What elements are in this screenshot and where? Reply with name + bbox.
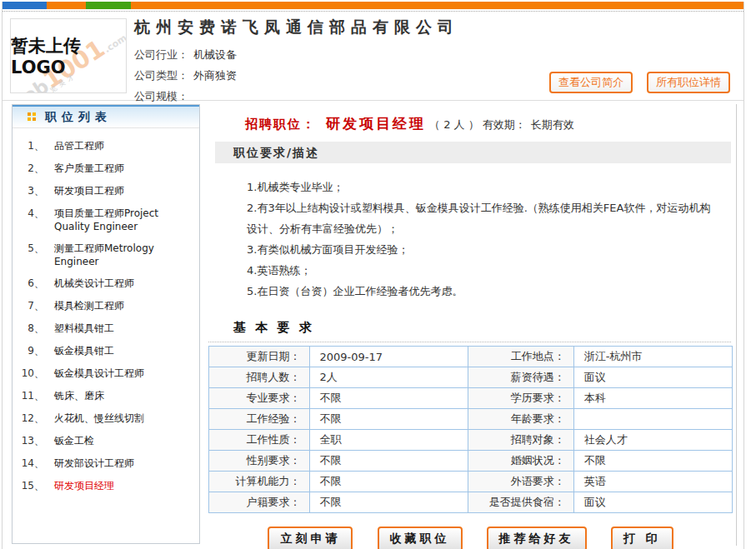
job-link[interactable]: 模具检测工程师 [54,299,124,313]
job-list-item-3: 3、研发项目工程师 [21,184,194,198]
job-link[interactable]: 项目质量工程师Project Quality Engineer [54,207,194,233]
print-button[interactable]: 打 印 [611,527,673,549]
requirement-line: 4.英语熟练； [247,260,718,281]
job-link[interactable]: 铣床、磨床 [54,389,104,403]
table-row: 计算机能力：不限 外语要求：英语 [209,472,733,492]
action-buttons-row: 立刻申请 收藏职位 推荐给好友 打 印 [208,527,733,549]
job-link[interactable]: 测量工程师Metrology Engineer [54,242,194,268]
company-name: 杭州安费诺飞凤通信部品有限公司 [134,17,743,38]
company-size-label: 公司规模： [134,90,188,102]
headcount: （ 2 人 ） [429,118,479,131]
job-list-item-10: 10、钣金模具设计工程师 [21,367,194,381]
job-list-item-15-current: 15、研发项目经理 [21,479,194,493]
page-container: job1001.com 一览英才 暂未上传LOGO 杭州安费诺飞凤通信部品有限公… [2,2,744,549]
job-link[interactable]: 钣金工检 [54,434,94,448]
job-list-item-14: 14、研发部设计工程师 [21,457,194,471]
company-industry-label: 公司行业： [134,48,188,61]
table-row: 性别要求：不限 婚姻状况：不限 [209,451,733,472]
requirements-section-header: 职位要求/描述 [215,142,731,163]
job-list-item-5: 5、测量工程师Metrology Engineer [21,242,194,268]
job-link[interactable]: 钣金模具设计工程师 [54,367,144,381]
job-link[interactable]: 研发项目工程师 [54,184,124,198]
dotted-divider-basic [208,340,731,342]
job-list: 1、品管工程师 2、客户质量工程师 3、研发项目工程师 4、项目质量工程师Pro… [13,128,199,493]
job-list-item-13: 13、钣金工检 [21,434,194,448]
requirement-line: 5.在日资（台资）企业工作经验者优先考虑。 [247,281,718,302]
company-industry-row: 公司行业：机械设备 [134,44,743,65]
accent-segment-orange [47,2,86,9]
job-list-item-2: 2、客户质量工程师 [21,162,194,176]
requirement-line: 2.有3年以上结构设计或塑料模具、钣金模具设计工作经验.（熟练使用相关FEA软件… [247,197,718,239]
job-title: 研发项目经理 [326,115,426,132]
job-list-item-8: 8、塑料模具钳工 [21,322,194,336]
save-job-button[interactable]: 收藏职位 [378,527,463,549]
top-accent-bar [3,2,743,9]
job-link[interactable]: 品管工程师 [54,139,104,153]
basic-requirements-title: 基 本 要 求 [233,320,733,336]
job-detail-panel: 招聘职位：研发项目经理（ 2 人 ）有效期：长期有效 职位要求/描述 1.机械类… [207,104,737,546]
job-link[interactable]: 机械类设计工程师 [54,277,134,291]
view-company-profile-button[interactable]: 查看公司简介 [549,72,633,93]
company-type-value: 外商独资 [193,69,237,82]
accent-segment-blue [3,2,47,9]
table-row: 招聘人数：2人 薪资待遇：面议 [209,367,733,388]
table-row: 户籍要求：不限 是否提供食宿：面议 [209,492,733,513]
company-header: job1001.com 一览英才 暂未上传LOGO 杭州安费诺飞凤通信部品有限公… [3,12,743,101]
company-industry-value: 机械设备 [193,48,237,61]
job-link[interactable]: 钣金模具钳工 [54,344,114,358]
job-list-header: 职位列表 [13,105,199,128]
recommend-friend-button[interactable]: 推荐给好友 [487,527,587,549]
job-list-sidebar: 职位列表 1、品管工程师 2、客户质量工程师 3、研发项目工程师 4、项目质量工… [12,104,200,544]
company-type-label: 公司类型： [134,69,188,82]
no-logo-text: 暂未上传LOGO [11,34,126,77]
job-list-item-7: 7、模具检测工程师 [21,299,194,313]
all-positions-detail-button[interactable]: 所有职位详情 [647,72,730,93]
recruit-position-label: 招聘职位： [245,117,316,132]
accent-segment-green [86,2,131,9]
apply-now-button[interactable]: 立刻申请 [268,527,353,549]
table-row: 工作性质：全职 招聘对象：社会人才 [209,430,733,451]
table-row: 工作经验：不限 年龄要求： [209,409,733,430]
requirement-line: 1.机械类专业毕业； [247,177,718,197]
table-row: 专业要求：不限 学历要求：本科 [209,388,733,409]
validity-label: 有效期： [483,118,526,131]
job-list-item-9: 9、钣金模具钳工 [21,344,194,358]
basic-requirements-table: 更新日期：2009-09-17 工作地点：浙江-杭州市 招聘人数：2人 薪资待遇… [208,346,733,513]
table-row: 更新日期：2009-09-17 工作地点：浙江-杭州市 [209,347,733,367]
orange-grid-icon [28,112,37,122]
job-link[interactable]: 塑料模具钳工 [54,322,114,336]
accent-segment-orange-long [131,2,743,9]
job-list-title: 职位列表 [45,110,112,125]
requirement-line: 3.有类似机械方面项目开发经验； [247,239,718,260]
job-link[interactable]: 火花机、慢丝线切割 [54,412,144,426]
company-logo-placeholder: job1001.com 一览英才 暂未上传LOGO [10,18,127,93]
validity-value: 长期有效 [531,118,574,131]
job-list-item-4: 4、项目质量工程师Project Quality Engineer [21,207,194,233]
job-list-item-12: 12、火花机、慢丝线切割 [21,412,194,426]
requirements-list: 1.机械类专业毕业； 2.有3年以上结构设计或塑料模具、钣金模具设计工作经验.（… [247,177,718,302]
job-link[interactable]: 研发部设计工程师 [54,457,134,471]
job-list-item-11: 11、铣床、磨床 [21,389,194,403]
job-list-item-6: 6、机械类设计工程师 [21,277,194,291]
job-link[interactable]: 客户质量工程师 [54,162,124,176]
job-list-item-1: 1、品管工程师 [21,139,194,153]
job-title-row: 招聘职位：研发项目经理（ 2 人 ）有效期：长期有效 [245,114,733,133]
job-link-current[interactable]: 研发项目经理 [54,479,114,493]
